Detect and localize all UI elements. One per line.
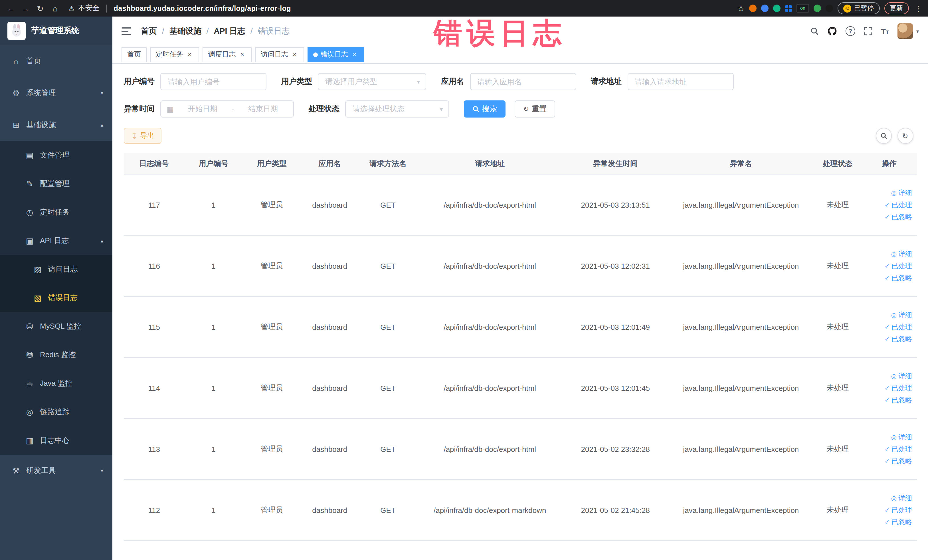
search-button[interactable]: 搜索 <box>464 101 505 117</box>
col-log-id: 日志编号 <box>124 153 184 174</box>
hamburger-icon[interactable] <box>122 27 131 35</box>
refresh-table-button[interactable]: ↻ <box>897 128 913 144</box>
extension-icon-grid[interactable] <box>785 5 792 12</box>
table-row: 113 1 管理员 dashboard GET /api/infra/db-do… <box>124 418 917 479</box>
browser-toolbar: ← → ↻ ⌂ ⚠ 不安全 dashboard.yudao.iocoder.cn… <box>0 0 928 17</box>
search-icon[interactable] <box>810 27 819 35</box>
request-url-label: 请求地址 <box>591 76 621 87</box>
col-actions: 操作 <box>862 153 917 174</box>
help-icon[interactable]: ? <box>846 26 855 36</box>
sidebar-item-file-management[interactable]: ▤ 文件管理 <box>0 141 112 169</box>
address-bar[interactable]: dashboard.yudao.iocoder.cn/infra/log/api… <box>114 4 291 12</box>
user-menu[interactable]: ▾ <box>897 23 919 39</box>
sidebar-item-api-logs[interactable]: ▣ API 日志 ▴ <box>0 226 112 255</box>
extension-icon-teal[interactable] <box>773 5 780 12</box>
processed-link[interactable]: ✓已处理 <box>864 321 912 333</box>
ignore-link[interactable]: ✓已忽略 <box>864 394 912 406</box>
sidebar-item-system-management[interactable]: ⚙ 系统管理 ▾ <box>0 77 112 109</box>
processed-link[interactable]: ✓已处理 <box>864 260 912 272</box>
sidebar-item-java-monitor[interactable]: ☕ Java 监控 <box>0 369 112 398</box>
sidebar-item-config-management[interactable]: ✎ 配置管理 <box>0 169 112 198</box>
table-row: 114 1 管理员 dashboard GET /api/infra/db-do… <box>124 357 917 418</box>
close-icon[interactable]: × <box>238 51 246 58</box>
sidebar-item-redis-monitor[interactable]: ⛃ Redis 监控 <box>0 340 112 369</box>
processed-link[interactable]: ✓已处理 <box>864 443 912 455</box>
sidebar-item-scheduled-jobs[interactable]: ◴ 定时任务 <box>0 198 112 226</box>
extension-icon-orange[interactable] <box>749 5 757 12</box>
app-name-input[interactable] <box>470 73 576 90</box>
github-icon[interactable] <box>827 26 837 36</box>
detail-link[interactable]: ◎详细 <box>864 187 912 199</box>
export-button[interactable]: ↧ 导出 <box>124 128 162 144</box>
chevron-down-icon: ▾ <box>916 28 919 34</box>
extension-icon-blue[interactable] <box>761 5 769 12</box>
close-icon[interactable]: × <box>351 51 358 58</box>
breadcrumb-infrastructure[interactable]: 基础设施 <box>157 26 201 36</box>
close-icon[interactable]: × <box>291 51 298 58</box>
detail-link[interactable]: ◎详细 <box>864 309 912 321</box>
extension-icon-dark[interactable] <box>826 5 833 12</box>
ignore-link[interactable]: ✓已忽略 <box>864 211 912 223</box>
toggle-search-button[interactable] <box>876 128 891 144</box>
bookmark-star-icon[interactable]: ☆ <box>737 4 745 13</box>
paused-badge[interactable]: ☺ 已暂停 <box>838 2 879 14</box>
update-button[interactable]: 更新 <box>884 2 908 14</box>
site-security[interactable]: ⚠ 不安全 <box>69 3 99 13</box>
user-id-input[interactable] <box>160 73 266 90</box>
logo-row[interactable]: 芋道管理系统 <box>0 17 112 45</box>
col-method: 请求方法名 <box>359 153 417 174</box>
ignore-link[interactable]: ✓已忽略 <box>864 333 912 345</box>
close-icon[interactable]: × <box>186 51 194 58</box>
breadcrumb-api-logs[interactable]: API 日志 <box>201 26 245 36</box>
process-status-select[interactable]: 请选择处理状态 ▾ <box>345 101 449 117</box>
detail-link[interactable]: ◎详细 <box>864 492 912 504</box>
eye-icon: ◎ <box>891 431 897 443</box>
sidebar-item-access-logs[interactable]: ▨ 访问日志 <box>0 255 112 284</box>
detail-link[interactable]: ◎详细 <box>864 431 912 443</box>
tab-error-logs[interactable]: 错误日志 × <box>308 47 364 62</box>
col-status: 处理状态 <box>814 153 862 174</box>
tab-access-logs[interactable]: 访问日志 × <box>255 47 304 62</box>
api-log-icon: ▣ <box>25 236 34 245</box>
fullscreen-icon[interactable] <box>864 27 872 35</box>
browser-menu-icon[interactable]: ⋮ <box>913 4 923 13</box>
reset-button[interactable]: ↻ 重置 <box>514 101 555 117</box>
detail-link[interactable]: ◎详细 <box>864 248 912 260</box>
sidebar-item-dev-tools[interactable]: ⚒ 研发工具 ▾ <box>0 455 112 487</box>
processed-link[interactable]: ✓已处理 <box>864 504 912 516</box>
user-type-select[interactable]: 请选择用户类型 ▾ <box>318 73 426 90</box>
home-button[interactable]: ⌂ <box>49 2 61 14</box>
extension-on-badge[interactable]: on <box>797 4 809 12</box>
tab-schedule-logs[interactable]: 调度日志 × <box>203 47 252 62</box>
processed-link[interactable]: ✓已处理 <box>864 382 912 394</box>
reload-button[interactable]: ↻ <box>34 2 46 14</box>
sidebar-item-label: 链路追踪 <box>40 407 70 417</box>
detail-link[interactable]: ◎详细 <box>864 370 912 382</box>
ignore-link[interactable]: ✓已忽略 <box>864 272 912 284</box>
tab-scheduled-jobs[interactable]: 定时任务 × <box>150 47 199 62</box>
sidebar-item-label: Java 监控 <box>40 378 72 389</box>
font-size-icon[interactable]: TT <box>881 27 889 35</box>
breadcrumb-home[interactable]: 首页 <box>141 26 157 36</box>
sidebar-item-label: 错误日志 <box>48 293 78 303</box>
request-url-input[interactable] <box>627 73 733 90</box>
sidebar-item-home[interactable]: ⌂ 首页 <box>0 45 112 77</box>
sidebar-item-error-logs[interactable]: ▧ 错误日志 <box>0 284 112 312</box>
forward-button[interactable]: → <box>20 2 31 14</box>
processed-link[interactable]: ✓已处理 <box>864 199 912 211</box>
extension-icon-green[interactable] <box>814 5 821 12</box>
exception-time-range-picker[interactable]: ▦ 开始日期 - 结束日期 <box>160 101 294 117</box>
sidebar-item-infrastructure[interactable]: ⊞ 基础设施 ▴ <box>0 109 112 141</box>
ignore-link[interactable]: ✓已忽略 <box>864 516 912 528</box>
sidebar-item-tracing[interactable]: ◎ 链路追踪 <box>0 398 112 426</box>
eye-icon: ◎ <box>891 248 897 260</box>
sidebar-item-log-center[interactable]: ▥ 日志中心 <box>0 426 112 455</box>
sidebar-item-label: 研发工具 <box>26 465 56 476</box>
chevron-down-icon: ▾ <box>101 468 103 473</box>
tab-home[interactable]: 首页 <box>122 47 147 62</box>
filter-row-2: 异常时间 ▦ 开始日期 - 结束日期 处理状态 请选择处理状态 ▾ <box>124 101 917 117</box>
ignore-link[interactable]: ✓已忽略 <box>864 455 912 467</box>
calendar-icon: ▦ <box>166 105 174 113</box>
back-button[interactable]: ← <box>5 2 17 14</box>
sidebar-item-mysql-monitor[interactable]: ⛁ MySQL 监控 <box>0 312 112 340</box>
